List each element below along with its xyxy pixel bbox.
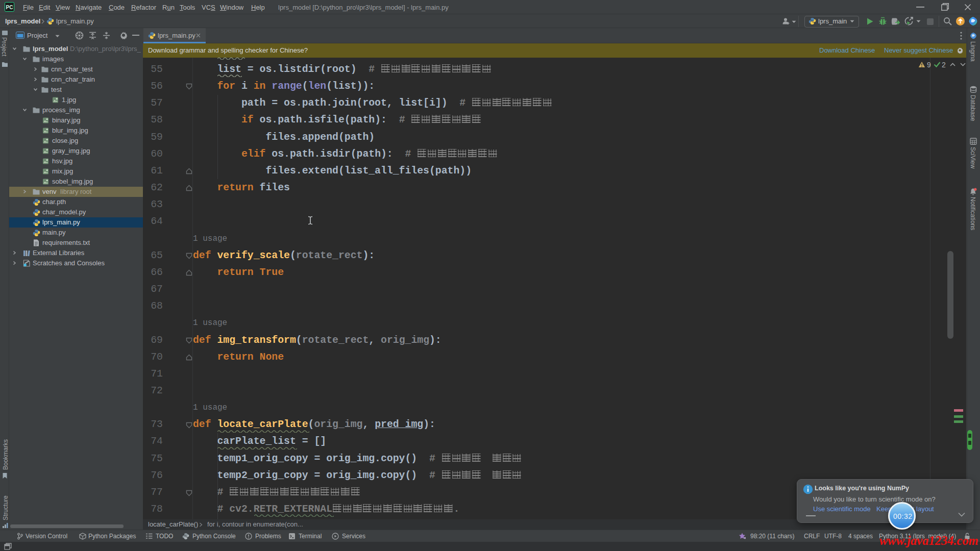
svg-text:PC: PC [6, 5, 13, 10]
